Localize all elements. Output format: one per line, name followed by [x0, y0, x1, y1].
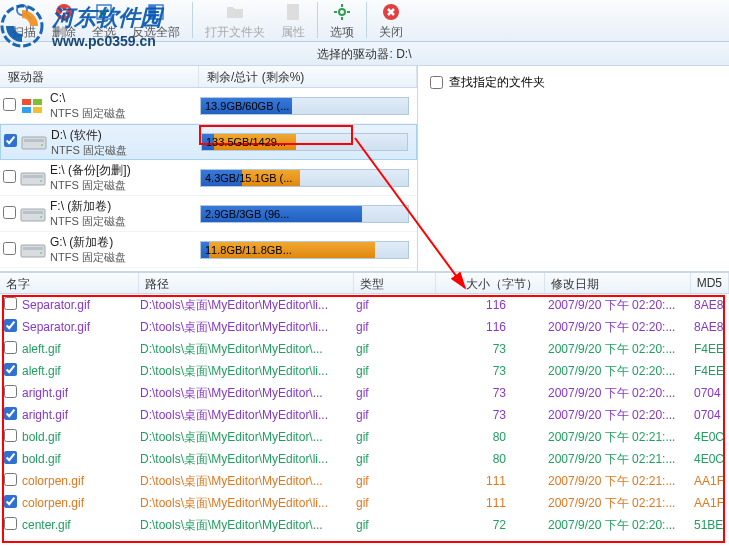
drive-checkbox[interactable]	[3, 242, 16, 255]
file-row[interactable]: Separator.gifD:\tools\桌面\MyEditor\MyEdit…	[0, 316, 729, 338]
file-name: center.gif	[18, 518, 140, 532]
drive-row[interactable]: C:\NTFS 固定磁盘13.9GB/60GB (...	[0, 88, 417, 124]
find-folder-checkbox[interactable]	[430, 76, 443, 89]
header-md5[interactable]: MD5	[691, 273, 729, 293]
file-md5: 51BE	[694, 518, 729, 532]
toolbar-separator	[366, 2, 367, 38]
file-size: 116	[438, 320, 548, 334]
file-row[interactable]: aright.gifD:\tools\桌面\MyEditor\MyEditor\…	[0, 382, 729, 404]
file-name: aright.gif	[18, 386, 140, 400]
file-row[interactable]: aleft.gifD:\tools\桌面\MyEditor\MyEditor\l…	[0, 360, 729, 382]
file-checkbox[interactable]	[4, 363, 17, 376]
file-checkbox[interactable]	[4, 341, 17, 354]
file-size: 73	[438, 408, 548, 422]
file-md5: 4E0C	[694, 430, 729, 444]
svg-rect-22	[24, 139, 44, 142]
usage-bar: 11.8GB/11.8GB...	[200, 241, 409, 259]
file-type: gif	[356, 298, 438, 312]
file-path: D:\tools\桌面\MyEditor\MyEditor\li...	[140, 319, 356, 336]
drive-header-remain[interactable]: 剩余/总计 (剩余%)	[199, 66, 417, 87]
file-path: D:\tools\桌面\MyEditor\MyEditor\li...	[140, 297, 356, 314]
toolbar-separator	[317, 2, 318, 38]
file-row[interactable]: colorpen.gifD:\tools\桌面\MyEditor\MyEdito…	[0, 492, 729, 514]
svg-point-29	[40, 216, 42, 218]
drive-checkbox[interactable]	[3, 98, 16, 111]
file-date: 2007/9/20 下午 02:21:...	[548, 451, 694, 468]
drive-name: D:\ (软件)	[51, 128, 199, 143]
disk-icon	[18, 169, 48, 187]
svg-rect-20	[33, 107, 42, 113]
file-date: 2007/9/20 下午 02:20:...	[548, 363, 694, 380]
file-name: bold.gif	[18, 452, 140, 466]
header-date[interactable]: 修改日期	[545, 273, 690, 293]
file-path: D:\tools\桌面\MyEditor\MyEditor\...	[140, 385, 356, 402]
close-button[interactable]: 关闭	[371, 0, 411, 43]
file-checkbox[interactable]	[4, 451, 17, 464]
file-checkbox[interactable]	[4, 473, 17, 486]
file-checkbox[interactable]	[4, 407, 17, 420]
file-type: gif	[356, 496, 438, 510]
file-size: 72	[438, 518, 548, 532]
header-size[interactable]: 大小（字节）	[436, 273, 545, 293]
file-row[interactable]: aleft.gifD:\tools\桌面\MyEditor\MyEditor\.…	[0, 338, 729, 360]
options-button[interactable]: 选项	[322, 0, 362, 43]
close-icon	[381, 2, 401, 22]
file-type: gif	[356, 320, 438, 334]
find-folder-label: 查找指定的文件夹	[449, 74, 545, 91]
file-size: 116	[438, 298, 548, 312]
file-checkbox[interactable]	[4, 495, 17, 508]
file-type: gif	[356, 474, 438, 488]
drive-header-drive[interactable]: 驱动器	[0, 66, 199, 87]
drive-pane: 驱动器 剩余/总计 (剩余%) C:\NTFS 固定磁盘13.9GB/60GB …	[0, 66, 418, 271]
drive-row[interactable]: F:\ (新加卷)NTFS 固定磁盘2.9GB/3GB (96...	[0, 196, 417, 232]
header-type[interactable]: 类型	[354, 273, 436, 293]
header-name[interactable]: 名字	[0, 273, 139, 293]
file-path: D:\tools\桌面\MyEditor\MyEditor\li...	[140, 451, 356, 468]
file-row[interactable]: bold.gifD:\tools\桌面\MyEditor\MyEditor\li…	[0, 448, 729, 470]
file-path: D:\tools\桌面\MyEditor\MyEditor\li...	[140, 363, 356, 380]
file-path: D:\tools\桌面\MyEditor\MyEditor\...	[140, 341, 356, 358]
drive-row[interactable]: D:\ (软件)NTFS 固定磁盘133.5GB/1429...	[0, 124, 417, 160]
file-md5: AA1F	[694, 474, 729, 488]
svg-rect-19	[22, 107, 31, 113]
file-checkbox[interactable]	[4, 429, 17, 442]
drive-checkbox[interactable]	[4, 134, 17, 147]
file-date: 2007/9/20 下午 02:20:...	[548, 341, 694, 358]
file-size: 111	[438, 496, 548, 510]
drive-row[interactable]: E:\ (备份[勿删])NTFS 固定磁盘4.3GB/15.1GB (...	[0, 160, 417, 196]
file-checkbox[interactable]	[4, 385, 17, 398]
file-row[interactable]: center.gifD:\tools\桌面\MyEditor\MyEditor\…	[0, 514, 729, 536]
usage-bar: 2.9GB/3GB (96...	[200, 205, 409, 223]
file-row[interactable]: Separator.gifD:\tools\桌面\MyEditor\MyEdit…	[0, 294, 729, 316]
file-row[interactable]: bold.gifD:\tools\桌面\MyEditor\MyEditor\..…	[0, 426, 729, 448]
drive-header: 驱动器 剩余/总计 (剩余%)	[0, 66, 417, 88]
drive-checkbox[interactable]	[3, 170, 16, 183]
file-checkbox[interactable]	[4, 517, 17, 530]
find-folder-option[interactable]: 查找指定的文件夹	[428, 72, 719, 93]
file-path: D:\tools\桌面\MyEditor\MyEditor\...	[140, 473, 356, 490]
file-date: 2007/9/20 下午 02:20:...	[548, 319, 694, 336]
svg-rect-18	[33, 99, 42, 105]
file-row[interactable]: colorpen.gifD:\tools\桌面\MyEditor\MyEdito…	[0, 470, 729, 492]
usage-text: 2.9GB/3GB (96...	[201, 208, 289, 220]
usage-text: 4.3GB/15.1GB (...	[201, 172, 292, 184]
svg-point-32	[40, 252, 42, 254]
file-type: gif	[356, 452, 438, 466]
header-path[interactable]: 路径	[139, 273, 354, 293]
file-md5: F4EE	[694, 342, 729, 356]
svg-point-23	[41, 144, 43, 146]
file-path: D:\tools\桌面\MyEditor\MyEditor\...	[140, 517, 356, 534]
file-checkbox[interactable]	[4, 319, 17, 332]
file-md5: 0704	[694, 386, 729, 400]
svg-point-9	[339, 9, 345, 15]
usage-text: 133.5GB/1429...	[202, 136, 286, 148]
svg-rect-25	[23, 175, 43, 178]
file-row[interactable]: aright.gifD:\tools\桌面\MyEditor\MyEditor\…	[0, 404, 729, 426]
svg-rect-21	[22, 137, 46, 149]
drive-row[interactable]: G:\ (新加卷)NTFS 固定磁盘11.8GB/11.8GB...	[0, 232, 417, 268]
file-md5: 8AE8	[694, 320, 729, 334]
drive-name: G:\ (新加卷)	[50, 235, 198, 250]
file-checkbox[interactable]	[4, 297, 17, 310]
drive-type: NTFS 固定磁盘	[50, 250, 198, 264]
drive-checkbox[interactable]	[3, 206, 16, 219]
